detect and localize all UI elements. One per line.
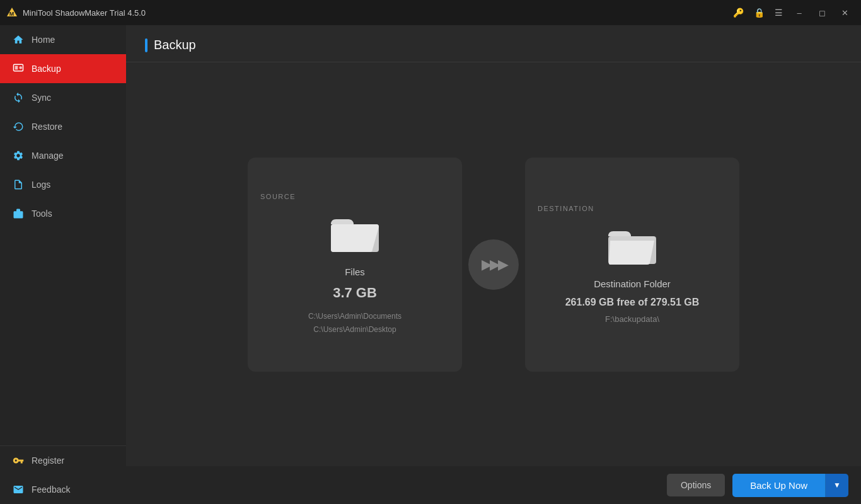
title-bar-controls: 🔑 🔒 ☰ – ◻ ✕	[729, 4, 855, 21]
title-bar-left: M MiniTool ShadowMaker Trial 4.5.0	[6, 7, 146, 18]
sidebar-item-logs[interactable]: Logs	[0, 170, 126, 199]
page-title-accent	[145, 38, 147, 52]
sidebar-item-sync[interactable]: Sync	[0, 83, 126, 112]
title-bar: M MiniTool ShadowMaker Trial 4.5.0 🔑 🔒 ☰…	[0, 0, 861, 25]
lock-icon[interactable]: 🔒	[750, 6, 768, 19]
app-logo-icon: M	[6, 7, 18, 18]
backup-icon	[13, 63, 24, 74]
app-title: MiniTool ShadowMaker Trial 4.5.0	[23, 8, 146, 18]
source-folder-icon	[330, 213, 380, 254]
home-icon	[13, 34, 24, 45]
source-path-2: C:\Users\Admin\Desktop	[308, 323, 402, 336]
source-card[interactable]: SOURCE Files 3.7 GB C:\Users\Admin\Docum…	[248, 158, 462, 372]
backup-now-group: Back Up Now ▼	[732, 474, 848, 497]
page-title: Backup	[154, 38, 196, 52]
sidebar-item-manage[interactable]: Manage	[0, 141, 126, 170]
sidebar-label-register: Register	[32, 455, 64, 466]
minimize-button[interactable]: –	[789, 4, 809, 21]
sidebar-label-manage: Manage	[32, 151, 64, 161]
register-icon	[13, 455, 24, 466]
sidebar-label-tools: Tools	[32, 209, 52, 219]
destination-card[interactable]: DESTINATION Destination Folder 261.69	[525, 158, 739, 372]
sidebar-item-register[interactable]: Register	[0, 446, 126, 475]
sidebar-label-restore: Restore	[32, 122, 62, 132]
source-name: Files	[345, 266, 365, 277]
restore-icon	[13, 121, 24, 132]
tools-icon	[13, 208, 24, 219]
arrow-icon: ▶▶▶	[482, 256, 506, 273]
feedback-icon	[13, 484, 24, 495]
backup-area: SOURCE Files 3.7 GB C:\Users\Admin\Docum…	[126, 62, 861, 466]
sidebar-label-sync: Sync	[32, 93, 51, 103]
destination-free-space: 261.69 GB free of 279.51 GB	[565, 297, 700, 308]
close-button[interactable]: ✕	[835, 4, 855, 21]
sidebar-bottom: Register Feedback	[0, 445, 126, 504]
source-path-1: C:\Users\Admin\Documents	[308, 310, 402, 323]
sidebar-label-logs: Logs	[32, 180, 50, 190]
source-label: SOURCE	[260, 193, 296, 200]
destination-folder-icon	[607, 225, 657, 266]
footer: Options Back Up Now ▼	[126, 466, 861, 504]
sidebar: Home Backup Sync	[0, 25, 126, 504]
destination-path: F:\backupdata\	[605, 314, 659, 324]
destination-label: DESTINATION	[538, 205, 594, 212]
sidebar-label-feedback: Feedback	[32, 484, 70, 495]
arrow-connector: ▶▶▶	[468, 239, 519, 290]
sidebar-label-backup: Backup	[32, 64, 61, 74]
sidebar-label-home: Home	[32, 35, 55, 45]
restore-button[interactable]: ◻	[812, 4, 832, 21]
backup-now-button[interactable]: Back Up Now	[732, 474, 825, 497]
main-layout: Home Backup Sync	[0, 25, 861, 504]
sync-icon	[13, 92, 24, 103]
content-area: Backup SOURCE Files 3.7 G	[126, 25, 861, 504]
backup-now-dropdown-button[interactable]: ▼	[825, 474, 848, 497]
source-paths: C:\Users\Admin\Documents C:\Users\Admin\…	[308, 310, 402, 336]
svg-text:M: M	[9, 11, 14, 17]
sidebar-item-backup[interactable]: Backup	[0, 54, 126, 83]
options-button[interactable]: Options	[667, 474, 725, 496]
source-size: 3.7 GB	[333, 285, 377, 301]
menu-icon[interactable]: ☰	[771, 6, 787, 19]
key-icon[interactable]: 🔑	[729, 6, 748, 19]
svg-rect-3	[15, 66, 18, 70]
sidebar-item-restore[interactable]: Restore	[0, 112, 126, 141]
sidebar-item-feedback[interactable]: Feedback	[0, 475, 126, 504]
manage-icon	[13, 150, 24, 161]
page-header: Backup	[126, 25, 861, 62]
svg-point-4	[20, 66, 23, 69]
sidebar-item-tools[interactable]: Tools	[0, 199, 126, 228]
destination-name: Destination Folder	[594, 278, 671, 289]
logs-icon	[13, 179, 24, 190]
footer-actions: Options Back Up Now ▼	[667, 474, 848, 497]
sidebar-item-home[interactable]: Home	[0, 25, 126, 54]
